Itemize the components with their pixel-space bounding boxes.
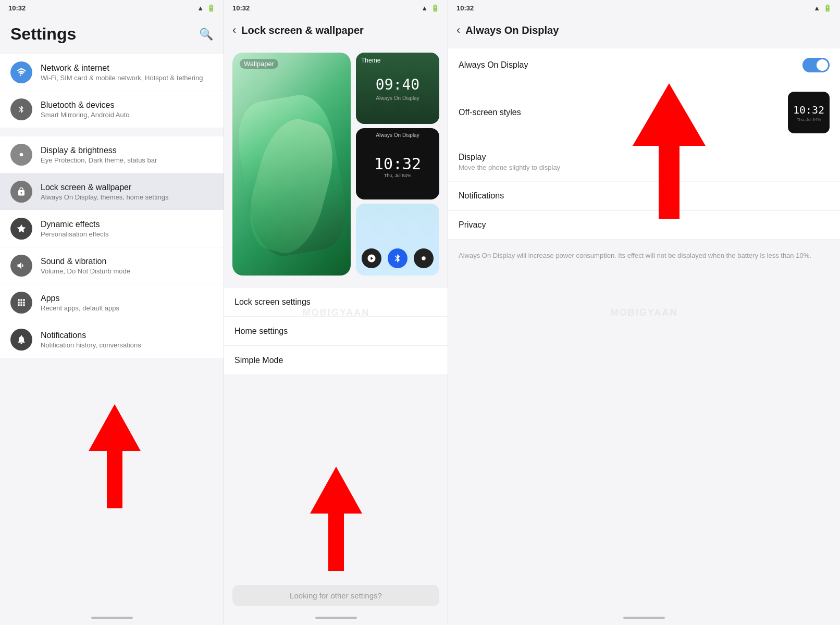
search-icon[interactable]: 🔍 [199,28,213,41]
sound-subtitle: Volume, Do Not Disturb mode [41,267,130,275]
status-bar-1: 10:32 ▲ 🔋 [0,0,224,16]
apps-subtitle: Recent apps, default apps [41,304,119,312]
off-screen-sub: Thu, Jul 84% [797,117,821,122]
aod-footer-note: Always On Display will increase power co… [448,240,840,272]
wallpaper-preview[interactable]: Wallpaper [232,53,351,276]
sound-title: Sound & vibration [41,257,130,266]
status-bar-3: 10:32 ▲ 🔋 [448,0,840,16]
aod-toggle-label: Always On Display [459,60,528,70]
settings-item-sound[interactable]: Sound & vibration Volume, Do Not Disturb… [0,247,224,284]
off-screen-time: 10:32 [793,104,824,116]
privacy-row[interactable]: Privacy [448,211,840,240]
display-section-title: Display [459,153,830,162]
shortcut-dot-3 [414,248,434,268]
nav-pill-3 [623,617,665,619]
svg-point-2 [422,256,426,260]
settings-item-dynamic[interactable]: Dynamic effects Personalisation effects [0,210,224,247]
search-bar[interactable]: Looking for other settings? [232,585,439,606]
display-subtitle: Eye Protection, Dark theme, status bar [41,156,157,164]
simple-mode-item[interactable]: Simple Mode [224,346,448,375]
aod-title: Always On Display [465,24,559,36]
settings-item-bluetooth[interactable]: Bluetooth & devices Smart Mirroring, And… [0,91,224,128]
settings-item-lockscreen[interactable]: Lock screen & wallpaper Always On Displa… [0,173,224,210]
nav-bar-1 [0,612,224,625]
aod-back-button[interactable]: ‹ [456,23,460,37]
aod-toggle-switch[interactable] [802,58,830,72]
settings-title: Settings [10,24,76,44]
aod-toggle-row[interactable]: Always On Display [448,48,840,82]
lockscreen-subtitle: Always On Display, themes, home settings [41,193,168,201]
lockscreen-title: Lock screen & wallpaper [41,183,168,192]
shortcuts-preview[interactable] [356,204,439,276]
battery-icon-2: 🔋 [431,4,439,12]
aod-header: ‹ Always On Display [448,16,840,44]
privacy-section-title: Privacy [459,220,830,230]
bluetooth-title: Bluetooth & devices [41,101,130,110]
aod-preview-time: 10:32 [374,155,421,173]
display-icon [10,144,32,166]
status-time-3: 10:32 [456,4,474,12]
right-previews: Theme 09:40 Always On Display Always On … [356,53,439,276]
home-settings-item[interactable]: Home settings [224,317,448,346]
theme-preview[interactable]: Theme 09:40 Always On Display [356,53,439,124]
lock-title: Lock screen & wallpaper [241,24,364,36]
apps-title: Apps [41,294,119,303]
notif-subtitle: Notification history, conversations [41,341,141,349]
wallpaper-label: Wallpaper [240,59,278,69]
nav-bar-3 [448,612,840,625]
settings-list: Network & internet Wi-Fi, SIM card & mob… [0,54,224,612]
lockscreen-icon [10,181,32,203]
search-bar-container: Looking for other settings? [224,579,448,612]
theme-time: 09:40 [376,76,419,93]
settings-item-apps[interactable]: Apps Recent apps, default apps [0,284,224,321]
apps-icon [10,292,32,314]
battery-icon-3: 🔋 [823,4,832,12]
theme-label: Theme [361,57,380,64]
dynamic-title: Dynamic effects [41,220,109,229]
status-time-1: 10:32 [8,4,26,12]
display-title: Display & brightness [41,146,157,155]
svg-point-0 [20,153,23,157]
theme-date: Always On Display [376,95,419,101]
shortcut-dot-1 [362,248,381,268]
alert-icon-2: ▲ [421,4,428,12]
settings-item-network[interactable]: Network & internet Wi-Fi, SIM card & mob… [0,54,224,91]
aod-preview-sub: Thu, Jul 84% [384,173,412,178]
settings-item-display[interactable]: Display & brightness Eye Protection, Dar… [0,136,224,173]
shortcut-dot-2 [388,248,407,268]
aod-preview-label: Always On Display [376,132,419,138]
bluetooth-icon [10,98,32,120]
settings-item-notifications[interactable]: Notifications Notification history, conv… [0,321,224,358]
off-screen-preview: 10:32 Thu, Jul 84% [788,92,830,133]
nav-pill-1 [91,617,133,619]
notifications-section-title: Notifications [459,191,830,201]
alert-icon-3: ▲ [813,4,820,12]
lock-back-button[interactable]: ‹ [232,23,236,37]
notifications-icon [10,329,32,351]
aod-screen-preview[interactable]: Always On Display 10:32 Thu, Jul 84% [356,128,439,199]
notifications-row[interactable]: Notifications [448,182,840,210]
status-time-2: 10:32 [232,4,250,12]
aod-main-list: Always On Display Off-screen styles 10:3… [448,44,840,612]
network-title: Network & internet [41,64,203,73]
off-screen-label: Off-screen styles [459,108,521,117]
lock-preview-area: Wallpaper Theme 09:40 Always On Display [224,44,448,284]
display-section-sub: Move the phone slightly to display [459,164,830,171]
nav-pill-2 [315,617,357,619]
display-row[interactable]: Display Move the phone slightly to displ… [448,143,840,181]
status-bar-2: 10:32 ▲ 🔋 [224,0,448,16]
bluetooth-subtitle: Smart Mirroring, Android Auto [41,111,130,119]
dynamic-subtitle: Personalisation effects [41,230,109,238]
network-subtitle: Wi-Fi, SIM card & mobile network, Hotspo… [41,74,203,82]
lock-menu-list: Lock screen settings Home settings Simpl… [224,284,448,579]
lock-screen-settings-item[interactable]: Lock screen settings [224,288,448,317]
sound-icon [10,255,32,277]
nav-bar-2 [224,612,448,625]
alert-icon-1: ▲ [197,4,204,12]
settings-header: Settings 🔍 [0,16,224,54]
off-screen-row[interactable]: Off-screen styles 10:32 Thu, Jul 84% [448,82,840,143]
dynamic-icon [10,218,32,240]
lock-header: ‹ Lock screen & wallpaper [224,16,448,44]
battery-icon-1: 🔋 [207,4,215,12]
network-icon [10,61,32,83]
